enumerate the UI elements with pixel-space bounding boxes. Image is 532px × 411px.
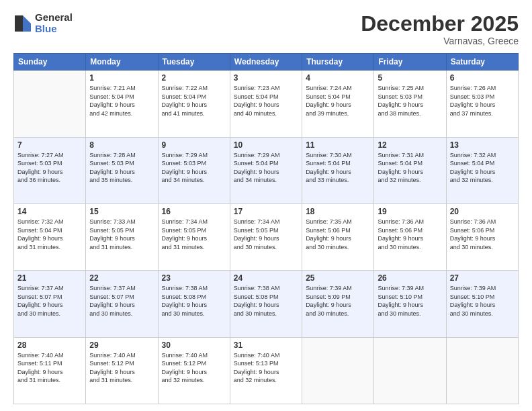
day-number: 16	[162, 207, 226, 216]
calendar-cell: 26Sunrise: 7:39 AM Sunset: 5:10 PM Dayli…	[374, 271, 446, 337]
day-info: Sunrise: 7:32 AM Sunset: 5:04 PM Dayligh…	[17, 218, 82, 251]
day-number: 18	[306, 207, 370, 216]
calendar-cell: 23Sunrise: 7:38 AM Sunset: 5:08 PM Dayli…	[158, 271, 230, 337]
calendar-cell: 4Sunrise: 7:24 AM Sunset: 5:04 PM Daylig…	[302, 71, 374, 137]
calendar-cell: 9Sunrise: 7:29 AM Sunset: 5:03 PM Daylig…	[158, 137, 230, 203]
calendar-cell: 30Sunrise: 7:40 AM Sunset: 5:12 PM Dayli…	[158, 337, 230, 404]
day-info: Sunrise: 7:40 AM Sunset: 5:12 PM Dayligh…	[162, 351, 226, 385]
day-number: 5	[378, 73, 442, 83]
day-number: 21	[17, 273, 82, 283]
calendar-cell: 24Sunrise: 7:38 AM Sunset: 5:08 PM Dayli…	[230, 271, 302, 337]
title-section: December 2025 Varnavas, Greece	[361, 12, 519, 46]
day-info: Sunrise: 7:39 AM Sunset: 5:10 PM Dayligh…	[450, 284, 515, 318]
calendar-cell: 14Sunrise: 7:32 AM Sunset: 5:04 PM Dayli…	[14, 203, 86, 270]
day-info: Sunrise: 7:37 AM Sunset: 5:07 PM Dayligh…	[17, 284, 82, 318]
day-number: 23	[162, 273, 226, 283]
weekday-header-tuesday: Tuesday	[158, 54, 230, 71]
calendar-cell: 15Sunrise: 7:33 AM Sunset: 5:05 PM Dayli…	[86, 203, 158, 270]
month-title: December 2025	[361, 12, 519, 36]
day-info: Sunrise: 7:40 AM Sunset: 5:11 PM Dayligh…	[17, 351, 82, 385]
day-info: Sunrise: 7:28 AM Sunset: 5:03 PM Dayligh…	[89, 151, 154, 185]
day-info: Sunrise: 7:32 AM Sunset: 5:04 PM Dayligh…	[450, 151, 515, 185]
day-number: 10	[234, 140, 298, 150]
day-number: 30	[162, 340, 226, 350]
day-info: Sunrise: 7:38 AM Sunset: 5:08 PM Dayligh…	[162, 284, 226, 318]
calendar-cell	[446, 337, 518, 404]
day-number: 25	[306, 273, 370, 283]
day-number: 22	[89, 273, 154, 283]
day-number: 4	[306, 73, 370, 83]
day-info: Sunrise: 7:35 AM Sunset: 5:06 PM Dayligh…	[306, 218, 370, 251]
day-number: 13	[450, 140, 515, 150]
svg-marker-0	[23, 15, 31, 24]
day-number: 24	[234, 273, 298, 283]
day-number: 9	[162, 140, 226, 150]
calendar-cell: 21Sunrise: 7:37 AM Sunset: 5:07 PM Dayli…	[14, 271, 86, 337]
calendar-cell: 27Sunrise: 7:39 AM Sunset: 5:10 PM Dayli…	[446, 271, 518, 337]
day-number: 15	[89, 207, 154, 216]
calendar-cell: 22Sunrise: 7:37 AM Sunset: 5:07 PM Dayli…	[86, 271, 158, 337]
day-number: 14	[17, 207, 82, 216]
day-info: Sunrise: 7:22 AM Sunset: 5:04 PM Dayligh…	[162, 84, 226, 118]
weekday-header-friday: Friday	[374, 54, 446, 71]
day-info: Sunrise: 7:39 AM Sunset: 5:09 PM Dayligh…	[306, 284, 370, 318]
day-info: Sunrise: 7:21 AM Sunset: 5:04 PM Dayligh…	[89, 84, 154, 118]
day-info: Sunrise: 7:26 AM Sunset: 5:03 PM Dayligh…	[450, 84, 515, 118]
logo: General Blue	[13, 12, 73, 34]
day-number: 26	[378, 273, 442, 283]
day-info: Sunrise: 7:39 AM Sunset: 5:10 PM Dayligh…	[378, 284, 442, 318]
calendar-cell: 13Sunrise: 7:32 AM Sunset: 5:04 PM Dayli…	[446, 137, 518, 203]
calendar-cell: 18Sunrise: 7:35 AM Sunset: 5:06 PM Dayli…	[302, 203, 374, 270]
calendar-cell	[14, 71, 86, 137]
day-number: 19	[378, 207, 442, 216]
calendar-cell: 16Sunrise: 7:34 AM Sunset: 5:05 PM Dayli…	[158, 203, 230, 270]
day-number: 3	[234, 73, 298, 83]
day-info: Sunrise: 7:27 AM Sunset: 5:03 PM Dayligh…	[17, 151, 82, 185]
day-info: Sunrise: 7:40 AM Sunset: 5:13 PM Dayligh…	[234, 351, 298, 385]
day-number: 20	[450, 207, 515, 216]
calendar-cell: 20Sunrise: 7:36 AM Sunset: 5:06 PM Dayli…	[446, 203, 518, 270]
day-number: 28	[17, 340, 82, 350]
calendar-cell	[374, 337, 446, 404]
calendar-cell: 7Sunrise: 7:27 AM Sunset: 5:03 PM Daylig…	[14, 137, 86, 203]
day-number: 6	[450, 73, 515, 83]
calendar-week-row: 28Sunrise: 7:40 AM Sunset: 5:11 PM Dayli…	[14, 337, 519, 404]
calendar-cell	[302, 337, 374, 404]
location: Varnavas, Greece	[361, 36, 519, 46]
page: General Blue December 2025 Varnavas, Gre…	[0, 0, 532, 411]
day-info: Sunrise: 7:31 AM Sunset: 5:04 PM Dayligh…	[378, 151, 442, 185]
weekday-header-thursday: Thursday	[302, 54, 374, 71]
calendar-week-row: 14Sunrise: 7:32 AM Sunset: 5:04 PM Dayli…	[14, 203, 519, 270]
day-number: 27	[450, 273, 515, 283]
day-info: Sunrise: 7:29 AM Sunset: 5:03 PM Dayligh…	[162, 151, 226, 185]
day-number: 8	[89, 140, 154, 150]
day-info: Sunrise: 7:29 AM Sunset: 5:04 PM Dayligh…	[234, 151, 298, 185]
calendar: SundayMondayTuesdayWednesdayThursdayFrid…	[13, 53, 519, 404]
day-info: Sunrise: 7:40 AM Sunset: 5:12 PM Dayligh…	[89, 351, 154, 385]
day-number: 29	[89, 340, 154, 350]
weekday-header-wednesday: Wednesday	[230, 54, 302, 71]
day-info: Sunrise: 7:36 AM Sunset: 5:06 PM Dayligh…	[450, 218, 515, 251]
day-number: 12	[378, 140, 442, 150]
svg-marker-1	[23, 24, 31, 32]
logo-blue-text: Blue	[35, 24, 73, 35]
day-info: Sunrise: 7:24 AM Sunset: 5:04 PM Dayligh…	[306, 84, 370, 118]
day-info: Sunrise: 7:30 AM Sunset: 5:04 PM Dayligh…	[306, 151, 370, 185]
weekday-header-monday: Monday	[86, 54, 158, 71]
day-number: 7	[17, 140, 82, 150]
calendar-cell: 29Sunrise: 7:40 AM Sunset: 5:12 PM Dayli…	[86, 337, 158, 404]
day-number: 31	[234, 340, 298, 350]
logo-general-text: General	[35, 12, 73, 24]
calendar-cell: 2Sunrise: 7:22 AM Sunset: 5:04 PM Daylig…	[158, 71, 230, 137]
day-info: Sunrise: 7:23 AM Sunset: 5:04 PM Dayligh…	[234, 84, 298, 118]
calendar-cell: 1Sunrise: 7:21 AM Sunset: 5:04 PM Daylig…	[86, 71, 158, 137]
day-number: 1	[89, 73, 154, 83]
calendar-cell: 6Sunrise: 7:26 AM Sunset: 5:03 PM Daylig…	[446, 71, 518, 137]
day-info: Sunrise: 7:25 AM Sunset: 5:03 PM Dayligh…	[378, 84, 442, 118]
calendar-week-row: 7Sunrise: 7:27 AM Sunset: 5:03 PM Daylig…	[14, 137, 519, 203]
calendar-cell: 12Sunrise: 7:31 AM Sunset: 5:04 PM Dayli…	[374, 137, 446, 203]
calendar-week-row: 21Sunrise: 7:37 AM Sunset: 5:07 PM Dayli…	[14, 271, 519, 337]
calendar-cell: 5Sunrise: 7:25 AM Sunset: 5:03 PM Daylig…	[374, 71, 446, 137]
day-number: 2	[162, 73, 226, 83]
calendar-cell: 31Sunrise: 7:40 AM Sunset: 5:13 PM Dayli…	[230, 337, 302, 404]
